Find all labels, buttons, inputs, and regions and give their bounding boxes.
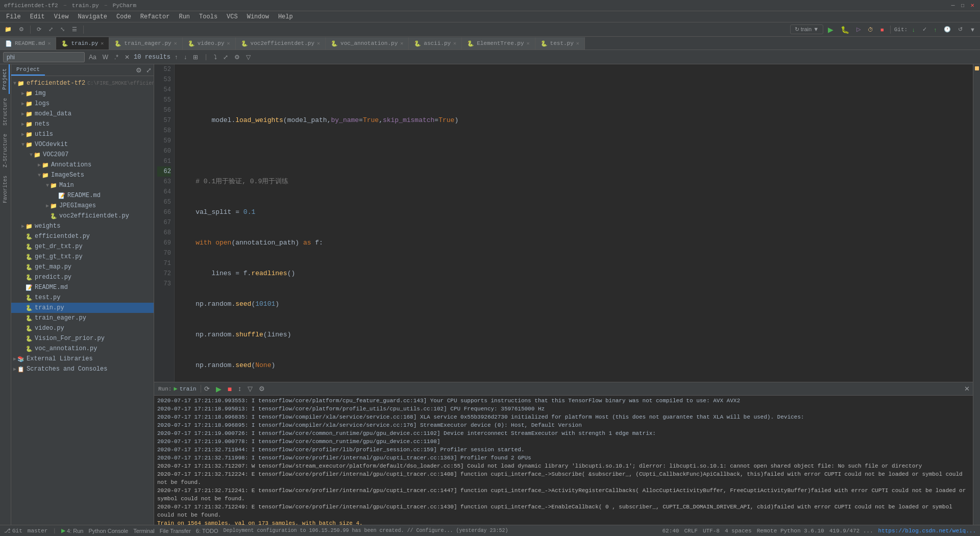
sidebar-tab-project[interactable]: Project (11, 64, 45, 76)
tab-train-close[interactable]: ✕ (101, 40, 104, 46)
run-status-btn[interactable]: ▶ 4: Run (61, 527, 83, 534)
tab-voc-ann[interactable]: 🐍 voc_annotation.py ✕ (326, 37, 409, 50)
git-push-btn[interactable]: ↑ (932, 26, 940, 34)
edge-tab-project[interactable]: Project (1, 64, 10, 94)
sidebar-gear-btn[interactable]: ⚙ (134, 65, 144, 75)
tree-test[interactable]: ▶ 🐍 test.py (11, 293, 154, 303)
tree-voc2007[interactable]: ▼ 📁 VOC2007 (11, 150, 154, 160)
tab-voc2[interactable]: 🐍 voc2efficientdet.py ✕ (236, 37, 326, 50)
tree-efficientdet[interactable]: ▶ 🐍 efficientdet.py (11, 231, 154, 241)
settings-btn[interactable]: ☰ (69, 25, 80, 34)
run-scroll-btn[interactable]: ↕ (235, 385, 244, 393)
search-case-btn[interactable]: Aa (87, 53, 99, 62)
expand-btn2[interactable]: ⤢ (221, 53, 230, 62)
collapse-btn[interactable]: ⤡ (58, 25, 67, 34)
menu-help[interactable]: Help (274, 12, 297, 21)
tab-elementtree-close[interactable]: ✕ (527, 40, 530, 46)
tab-test-close[interactable]: ✕ (576, 40, 579, 46)
tree-readme-main[interactable]: ▶ 📝 README.md (11, 190, 154, 201)
menu-tools[interactable]: Tools (195, 12, 222, 21)
tree-get-map[interactable]: ▶ 🐍 get_map.py (11, 262, 154, 272)
open-project-btn[interactable]: 📁 (2, 25, 14, 34)
sync-btn[interactable]: ⟳ (34, 25, 44, 34)
project-settings-btn[interactable]: ⚙ (16, 25, 27, 34)
tree-jpegimages[interactable]: ▶ 📁 JPEGImages (11, 201, 154, 211)
console-output[interactable]: 2020-07-17 17:21:10.993553: I tensorflow… (154, 396, 973, 525)
menu-vcs[interactable]: VCS (223, 12, 242, 21)
tree-utils[interactable]: ▶ 📁 utils (11, 129, 154, 139)
run-settings-btn[interactable]: ⚙ (256, 385, 268, 393)
tab-ascii-close[interactable]: ✕ (453, 40, 456, 46)
branch-btn[interactable]: master (28, 528, 48, 534)
editor[interactable]: 52 53 54 55 56 57 58 59 60 61 62 63 64 6… (154, 64, 973, 382)
menu-view[interactable]: View (50, 12, 73, 21)
prev-result-btn[interactable]: ↑ (173, 53, 180, 62)
tree-vision[interactable]: ▶ 🐍 Vision_For_prior.py (11, 333, 154, 344)
edge-tab-structure[interactable]: Structure (2, 94, 9, 130)
filter-btn[interactable]: ▽ (244, 53, 253, 62)
tree-scratches[interactable]: ▶ 📋 Scratches and Consoles (11, 364, 154, 374)
debug-btn[interactable]: 🐛 (838, 25, 852, 35)
tree-ext-libs[interactable]: ▶ 📚 External Libraries (11, 354, 154, 364)
tab-ascii[interactable]: 🐍 ascii.py ✕ (409, 37, 462, 50)
close-search-btn[interactable]: ✕ (122, 53, 132, 62)
run-play-btn[interactable]: ▶ (213, 385, 225, 393)
git-commit-btn[interactable]: ✓ (920, 25, 929, 34)
tree-main[interactable]: ▼ 📁 Main (11, 180, 154, 190)
next-result-btn[interactable]: ↓ (182, 53, 189, 62)
run-btn[interactable]: ▶ (825, 25, 836, 35)
code-content[interactable]: model.load_weights(model_path,by_name=Tr… (175, 64, 973, 382)
tab-elementtree[interactable]: 🐍 ElementTree.py ✕ (462, 37, 535, 50)
tree-logs[interactable]: ▶ 📁 logs (11, 99, 154, 109)
minimize-button[interactable]: ─ (949, 2, 957, 9)
menu-navigate[interactable]: Navigate (74, 12, 111, 21)
tab-test[interactable]: 🐍 test.py ✕ (535, 37, 585, 50)
menu-edit[interactable]: Edit (26, 12, 49, 21)
edge-tab-zstructure[interactable]: Z-Structure (2, 130, 9, 172)
menu-refactor[interactable]: Refactor (136, 12, 174, 21)
tab-voc2-close[interactable]: ✕ (317, 40, 320, 46)
menu-window[interactable]: Window (243, 12, 273, 21)
vcs-menu-btn[interactable]: ▼ (967, 26, 978, 34)
tab-readme-close[interactable]: ✕ (47, 40, 51, 46)
tree-img[interactable]: ▶ 📁 img (11, 88, 154, 99)
tree-get-dr[interactable]: ▶ 🐍 get_dr_txt.py (11, 241, 154, 252)
csdn-link[interactable]: https://blog.csdn.net/weiq... (878, 528, 976, 534)
git-history-btn[interactable]: 🕐 (941, 25, 953, 34)
tab-video[interactable]: 🐍 video.py ✕ (183, 37, 236, 50)
git-status-btn[interactable]: ⎇ Git (4, 527, 22, 534)
panel-close-btn[interactable]: ✕ (961, 385, 973, 393)
toggle-replace-btn[interactable]: ⤵ (212, 53, 219, 62)
menu-file[interactable]: File (2, 12, 25, 21)
tree-voc-ann[interactable]: ▶ 🐍 voc_annotation.py (11, 344, 154, 354)
todo-btn[interactable]: 6: TODO (196, 528, 218, 534)
tree-train-eager[interactable]: ▶ 🐍 train_eager.py (11, 313, 154, 323)
python-console-btn[interactable]: Python Console (88, 528, 128, 534)
tree-weights[interactable]: ▶ 📁 weights (11, 221, 154, 231)
expand-btn[interactable]: ⤢ (46, 25, 56, 34)
tree-model-data[interactable]: ▶ 📁 model_data (11, 109, 154, 119)
tree-annotations[interactable]: ▶ 📁 Annotations (11, 160, 154, 170)
run-config-btn[interactable]: ↻ train ▼ (790, 25, 823, 34)
tab-train-eager-close[interactable]: ✕ (174, 40, 177, 46)
tree-train[interactable]: ▶ 🐍 train.py (11, 303, 154, 313)
tab-video-close[interactable]: ✕ (227, 40, 230, 46)
close-button[interactable]: ✕ (969, 2, 976, 9)
run-restart-btn[interactable]: ⟳ (201, 385, 213, 393)
tree-readme[interactable]: ▶ 📝 README.md (11, 282, 154, 293)
tab-train[interactable]: 🐍 train.py ✕ (56, 37, 109, 50)
maximize-button[interactable]: □ (959, 2, 966, 9)
search-regex-btn[interactable]: .* (112, 53, 120, 62)
coverage-btn[interactable]: ▷ (854, 25, 863, 34)
menu-run[interactable]: Run (175, 12, 194, 21)
terminal-btn[interactable]: Terminal (133, 528, 155, 534)
tree-video[interactable]: ▶ 🐍 video.py (11, 323, 154, 333)
tab-voc-ann-close[interactable]: ✕ (400, 40, 403, 46)
tree-nets[interactable]: ▶ 📁 nets (11, 119, 154, 129)
file-transfer-btn[interactable]: File Transfer (160, 528, 191, 534)
find-all-btn[interactable]: ⊞ (191, 53, 200, 62)
tab-train-eager[interactable]: 🐍 train_eager.py ✕ (109, 37, 182, 50)
tree-imagesets[interactable]: ▼ 📁 ImageSets (11, 170, 154, 180)
tree-root[interactable]: ▼ 📁 efficientdet-tf2 C:\FIRE_SMOKE\effic… (11, 78, 154, 88)
profile-btn[interactable]: ⏱ (865, 26, 876, 34)
